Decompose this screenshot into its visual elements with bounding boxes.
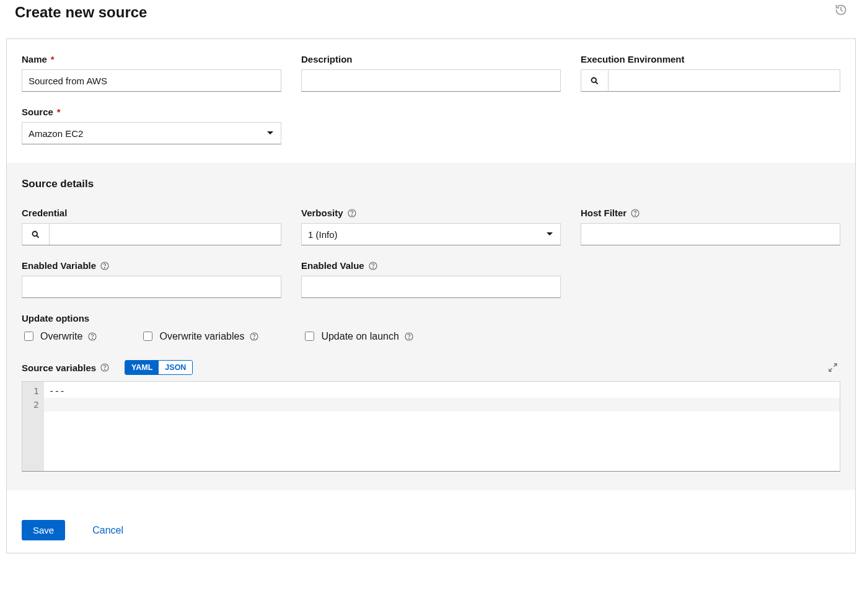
search-icon bbox=[31, 230, 40, 239]
field-name: Name * bbox=[22, 54, 281, 92]
name-label: Name bbox=[22, 54, 47, 64]
overwrite-checkbox-wrap[interactable]: Overwrite bbox=[22, 330, 97, 343]
update-on-launch-label: Update on launch bbox=[321, 331, 398, 342]
exec-env-label: Execution Environment bbox=[581, 54, 685, 64]
svg-point-19 bbox=[105, 369, 105, 370]
field-exec-env: Execution Environment bbox=[581, 54, 840, 92]
help-icon[interactable] bbox=[100, 261, 110, 271]
field-enabled-value: Enabled Value bbox=[301, 260, 561, 298]
field-source: Source * bbox=[22, 107, 281, 144]
svg-line-3 bbox=[37, 235, 38, 237]
name-input[interactable] bbox=[22, 69, 281, 92]
form-footer: Save Cancel bbox=[7, 490, 855, 553]
svg-point-5 bbox=[351, 214, 352, 215]
search-icon bbox=[590, 76, 599, 86]
help-icon[interactable] bbox=[368, 261, 378, 271]
overwrite-vars-label: Overwrite variables bbox=[159, 331, 244, 342]
save-button[interactable]: Save bbox=[22, 520, 65, 540]
help-icon[interactable] bbox=[87, 332, 97, 341]
svg-line-1 bbox=[596, 82, 597, 84]
page-title: Create new source bbox=[15, 4, 147, 21]
format-yaml-button[interactable]: YAML bbox=[125, 361, 159, 374]
enabled-value-input[interactable] bbox=[301, 276, 561, 298]
overwrite-label: Overwrite bbox=[40, 331, 82, 342]
svg-point-9 bbox=[105, 267, 105, 268]
form-card: Name * Description Execution Environment bbox=[6, 38, 856, 553]
source-select[interactable] bbox=[22, 122, 281, 144]
host-filter-label: Host Filter bbox=[581, 208, 627, 218]
required-asterisk: * bbox=[57, 107, 61, 117]
expand-icon bbox=[828, 363, 838, 372]
field-verbosity: Verbosity bbox=[301, 208, 561, 245]
overwrite-checkbox[interactable] bbox=[24, 332, 33, 341]
svg-point-13 bbox=[92, 338, 93, 338]
enabled-variable-label: Enabled Variable bbox=[22, 260, 96, 271]
source-label: Source bbox=[22, 107, 53, 117]
description-input[interactable] bbox=[301, 69, 561, 92]
source-variables-editor[interactable]: 1 2 --- bbox=[22, 381, 840, 472]
svg-point-2 bbox=[33, 231, 38, 236]
exec-env-search-button[interactable] bbox=[581, 70, 609, 91]
host-filter-input[interactable] bbox=[581, 223, 840, 245]
field-description: Description bbox=[301, 54, 561, 92]
update-on-launch-checkbox-wrap[interactable]: Update on launch bbox=[302, 330, 413, 343]
svg-point-17 bbox=[408, 338, 409, 338]
exec-env-input[interactable] bbox=[609, 70, 840, 91]
svg-point-11 bbox=[372, 267, 373, 268]
help-icon[interactable] bbox=[249, 332, 259, 341]
help-icon[interactable] bbox=[630, 208, 640, 218]
overwrite-vars-checkbox-wrap[interactable]: Overwrite variables bbox=[141, 330, 259, 343]
help-icon[interactable] bbox=[100, 363, 110, 372]
expand-editor-button[interactable] bbox=[825, 360, 840, 375]
overwrite-vars-checkbox[interactable] bbox=[143, 332, 152, 341]
editor-gutter: 1 2 bbox=[22, 382, 44, 471]
verbosity-select[interactable] bbox=[301, 223, 561, 245]
history-icon[interactable] bbox=[835, 4, 847, 16]
credential-input[interactable] bbox=[50, 224, 281, 245]
field-enabled-variable: Enabled Variable bbox=[22, 260, 281, 298]
field-host-filter: Host Filter bbox=[581, 208, 840, 245]
code-line-2 bbox=[44, 398, 840, 411]
code-line-1: --- bbox=[49, 384, 835, 398]
update-options-group: Overwrite Overwrite variables Update on … bbox=[22, 330, 840, 343]
description-label: Description bbox=[301, 54, 353, 64]
svg-point-0 bbox=[592, 77, 597, 82]
format-toggle: YAML JSON bbox=[125, 360, 193, 375]
svg-point-7 bbox=[635, 214, 636, 215]
cancel-button[interactable]: Cancel bbox=[89, 524, 127, 537]
credential-search-button[interactable] bbox=[22, 224, 50, 245]
editor-code[interactable]: --- bbox=[44, 382, 840, 471]
help-icon[interactable] bbox=[404, 332, 414, 341]
update-on-launch-checkbox[interactable] bbox=[305, 332, 314, 341]
help-icon[interactable] bbox=[347, 208, 357, 218]
field-credential: Credential bbox=[22, 208, 281, 245]
svg-line-21 bbox=[829, 368, 832, 371]
enabled-value-label: Enabled Value bbox=[301, 260, 364, 271]
svg-point-15 bbox=[254, 338, 255, 338]
enabled-variable-input[interactable] bbox=[22, 276, 281, 298]
source-details-heading: Source details bbox=[22, 178, 840, 190]
format-json-button[interactable]: JSON bbox=[159, 361, 192, 374]
update-options-label: Update options bbox=[22, 313, 840, 323]
svg-line-20 bbox=[833, 364, 837, 367]
verbosity-label: Verbosity bbox=[301, 208, 343, 218]
credential-label: Credential bbox=[22, 208, 67, 218]
source-variables-label: Source variables bbox=[22, 363, 96, 373]
required-asterisk: * bbox=[51, 54, 55, 64]
